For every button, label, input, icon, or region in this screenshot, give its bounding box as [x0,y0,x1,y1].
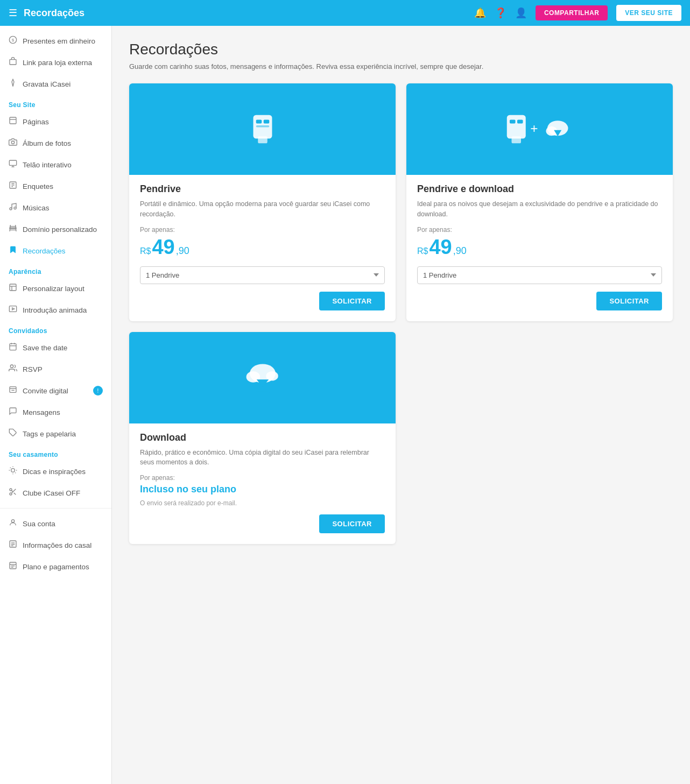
monitor-icon [9,159,17,170]
card-pendrive-image [129,83,396,175]
card-pendrive-download-body: Pendrive e download Ideal para os noivos… [406,175,673,321]
card-download-body: Download Rápido, prático e econômico. Um… [129,423,396,545]
svg-rect-54 [263,120,269,124]
svg-point-30 [11,469,15,472]
svg-line-41 [11,490,13,492]
sidebar-item-informacoes[interactable]: Informações do casal [0,534,111,556]
svg-point-68 [266,371,278,381]
card-pendrive-download-desc: Ideal para os noivos que desejam a exclu… [417,199,662,220]
sidebar-item-tags[interactable]: Tags e papelaria [0,423,111,444]
section-casamento: Seu casamento [0,444,111,461]
page-title: Recordações [129,41,673,58]
menu-icon[interactable]: ☰ [9,7,17,19]
main-content: Recordações Guarde com carinho suas foto… [112,26,690,784]
sidebar-item-paginas[interactable]: Páginas [0,111,111,132]
sidebar-item-save-date[interactable]: Save the date [0,337,111,358]
card-pendrive-price: R$ 49 ,90 [140,236,385,259]
notification-icon[interactable]: 🔔 [474,7,486,19]
pages-icon [9,116,17,127]
solicitar-download-button[interactable]: SOLICITAR [319,514,385,533]
sidebar-item-gravata[interactable]: Gravata iCasei [0,73,111,95]
sidebar-label-introducao: Introdução animada [23,306,87,314]
card-pendrive-download-title: Pendrive e download [417,183,662,195]
svg-rect-71 [256,391,270,393]
svg-rect-15 [10,228,16,228]
layout-icon [9,283,17,294]
sidebar-item-convite[interactable]: Convite digital ! [0,380,111,401]
solicitar-pendrive-download-button[interactable]: SOLICITAR [596,292,662,310]
sidebar-item-album[interactable]: Álbum de fotos [0,132,111,154]
svg-point-37 [10,489,12,491]
pendrive-download-quantity-select[interactable]: 1 Pendrive 2 Pendrives [417,266,662,284]
svg-rect-56 [506,115,525,139]
messages-icon [9,407,17,418]
sidebar-item-clube[interactable]: Clube iCasei OFF [0,482,111,504]
svg-rect-53 [256,120,262,124]
sidebar-label-informacoes: Informações do casal [23,541,91,549]
svg-rect-55 [256,125,269,128]
poll-icon [9,181,17,192]
account-icon[interactable]: 👤 [515,7,527,19]
sidebar-label-paginas: Páginas [23,118,49,126]
sidebar-label-link-loja: Link para loja externa [23,59,92,67]
camera-icon [9,138,17,149]
sidebar-label-album: Álbum de fotos [23,139,71,147]
ver-site-button[interactable]: VER SEU SITE [616,5,681,21]
solicitar-pendrive-button[interactable]: SOLICITAR [319,292,385,310]
price-currency-pd: R$ [417,246,428,256]
card-pendrive-title: Pendrive [140,183,385,195]
people-icon [9,364,17,375]
user-icon [9,518,17,529]
sidebar: $ Presentes em dinheiro Link para loja e… [0,26,112,784]
sidebar-item-telao[interactable]: Telão interativo [0,154,111,175]
price-amount-pd: 49 [429,236,452,259]
pendrive-quantity-select[interactable]: 1 Pendrive 2 Pendrives 3 Pendrives [140,266,385,284]
svg-marker-69 [256,379,268,387]
sidebar-label-telao: Telão interativo [23,161,72,169]
sidebar-label-recordacoes: Recordações [23,247,66,255]
svg-point-38 [10,493,12,495]
sidebar-item-layout[interactable]: Personalizar layout [0,278,111,299]
cards-grid: Pendrive Portátil e dinâmico. Uma opção … [129,83,673,544]
svg-line-33 [10,468,11,468]
svg-text:+: + [530,121,538,136]
sidebar-item-introducao[interactable]: Introdução animada [0,299,111,321]
sidebar-label-rsvp: RSVP [23,365,43,373]
layout: $ Presentes em dinheiro Link para loja e… [0,26,690,784]
sidebar-item-rsvp[interactable]: RSVP [0,358,111,380]
sidebar-label-conta: Sua conta [23,520,55,528]
sidebar-item-presentes[interactable]: $ Presentes em dinheiro [0,30,111,52]
sidebar-item-plano[interactable]: Plano e pagamentos [0,556,111,577]
price-amount-pendrive: 49 [152,236,174,259]
price-cents-pd: ,90 [453,245,467,257]
help-icon[interactable]: ❓ [495,7,506,19]
svg-rect-57 [511,136,521,143]
sidebar-item-dicas[interactable]: Dicas e inspirações [0,461,111,482]
sidebar-item-musicas[interactable]: Músicas [0,197,111,218]
sidebar-label-dominio: Domínio personalizado [23,225,97,234]
pendrive-download-icon: + [502,110,578,148]
sidebar-item-mensagens[interactable]: Mensagens [0,401,111,423]
sidebar-label-enquetes: Enquetes [23,182,53,190]
sidebar-item-conta[interactable]: Sua conta [0,513,111,534]
svg-point-42 [11,520,14,522]
sidebar-label-tags: Tags e papelaria [23,430,76,438]
domain-icon [9,224,17,235]
svg-rect-2 [10,60,16,65]
svg-line-40 [14,493,16,495]
card-pendrive-download-price-label: Por apenas: [417,226,662,234]
card-download: Download Rápido, prático e econômico. Um… [129,332,396,545]
tie-icon [9,79,17,89]
sidebar-item-recordacoes[interactable]: Recordações [0,240,111,262]
calendar-icon [9,342,17,353]
svg-point-13 [10,208,12,210]
compartilhar-button[interactable]: COMPARTILHAR [536,5,608,20]
sidebar-label-layout: Personalizar layout [23,285,85,293]
sidebar-item-enquetes[interactable]: Enquetes [0,175,111,197]
sidebar-label-presentes: Presentes em dinheiro [23,37,95,45]
card-pendrive-desc: Portátil e dinâmico. Uma opção moderna p… [140,199,385,220]
card-download-desc: Rápido, prático e econômico. Uma cópia d… [140,448,385,468]
sidebar-item-link-loja[interactable]: Link para loja externa [0,52,111,73]
price-currency-pendrive: R$ [140,246,151,256]
sidebar-item-dominio[interactable]: Domínio personalizado [0,218,111,240]
